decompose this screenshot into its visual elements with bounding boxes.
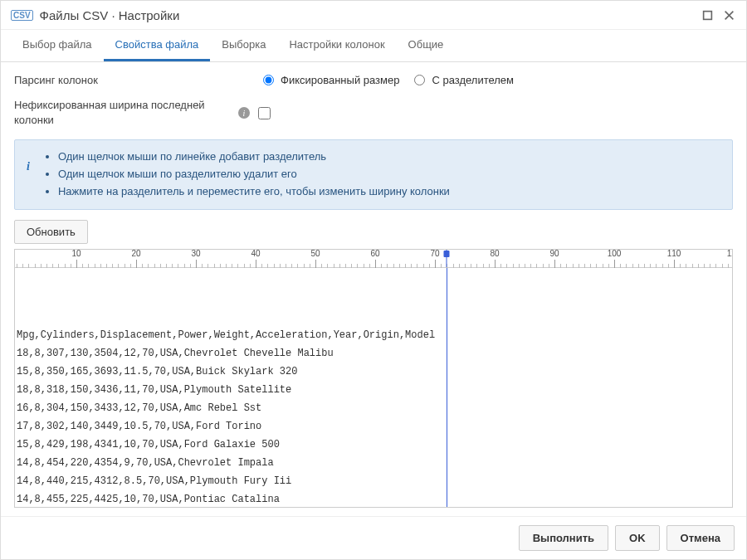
content-area: Парсинг колонок Фиксированный размер С р… xyxy=(1,62,746,516)
ruler-tick-label: 100 xyxy=(608,249,622,258)
ruler-tick-label: 40 xyxy=(251,249,260,258)
preview-line: 14,8,455,225,4425,10,70,USA,Pontiac Cata… xyxy=(17,490,730,507)
radio-fixed-input[interactable] xyxy=(263,75,274,85)
info-marker-icon: i xyxy=(27,160,30,200)
svg-rect-0 xyxy=(703,11,711,19)
info-icon[interactable]: i xyxy=(238,107,250,119)
dialog-footer: Выполнить OK Отмена xyxy=(1,516,746,559)
ruler-tick-label: 110 xyxy=(667,249,681,258)
ruler-tick-label: 60 xyxy=(370,249,379,258)
window-title: Файлы CSV · Настройки xyxy=(40,8,693,22)
preview-line: 16,8,304,150,3433,12,70,USA,Amc Rebel Ss… xyxy=(17,399,730,417)
separator-line xyxy=(447,268,447,507)
preview-line: 14,8,454,220,4354,9,70,USA,Chevrolet Imp… xyxy=(17,454,730,472)
radio-delim-input[interactable] xyxy=(414,75,425,85)
help-tip: Нажмите на разделитель и переместите его… xyxy=(58,183,450,201)
ruler-tick-label: 80 xyxy=(490,249,499,258)
preview-line: 18,8,318,150,3436,11,70,USA,Plymouth Sat… xyxy=(17,381,730,399)
tab-2[interactable]: Выборка xyxy=(210,30,277,61)
tab-4[interactable]: Общие xyxy=(397,30,456,61)
radio-delim-label: С разделителем xyxy=(432,74,514,86)
help-info-box: i Один щелчок мыши по линейке добавит ра… xyxy=(14,139,733,209)
column-ruler[interactable]: 102030405060708090100110120 xyxy=(15,250,732,268)
parsing-label: Парсинг колонок xyxy=(14,74,263,86)
preview-line: 14,8,440,215,4312,8.5,70,USA,Plymouth Fu… xyxy=(17,472,730,490)
help-tips-list: Один щелчок мыши по линейке добавит разд… xyxy=(42,149,450,200)
ruler-tick-label: 30 xyxy=(191,249,200,258)
ruler-tick-label: 70 xyxy=(430,249,439,258)
close-icon[interactable] xyxy=(721,7,736,22)
unfixed-width-label: Нефиксированная ширина последней колонки xyxy=(14,98,238,128)
csv-icon: CSV xyxy=(11,10,33,21)
unfixed-width-row: Нефиксированная ширина последней колонки… xyxy=(14,98,733,128)
tab-bar: Выбор файлаСвойства файлаВыборкаНастройк… xyxy=(1,30,746,62)
preview-line: Mpg,Cylinders,Displacement,Power,Weight,… xyxy=(17,326,730,344)
tab-0[interactable]: Выбор файла xyxy=(11,30,104,61)
ok-button[interactable]: OK xyxy=(615,525,660,551)
tab-1[interactable]: Свойства файла xyxy=(104,30,211,61)
unfixed-width-checkbox[interactable] xyxy=(258,107,271,119)
preview-container: 102030405060708090100110120 Mpg,Cylinder… xyxy=(14,249,733,508)
maximize-icon[interactable] xyxy=(700,7,715,22)
ruler-tick-label: 20 xyxy=(131,249,140,258)
execute-button[interactable]: Выполнить xyxy=(519,525,608,551)
preview-line: 18,8,307,130,3504,12,70,USA,Chevrolet Ch… xyxy=(17,344,730,363)
radio-fixed-label: Фиксированный размер xyxy=(281,74,399,86)
help-tip: Один щелчок мыши по линейке добавит разд… xyxy=(58,149,450,166)
csv-preview[interactable]: Mpg,Cylinders,Displacement,Power,Weight,… xyxy=(15,268,732,507)
parsing-row: Парсинг колонок Фиксированный размер С р… xyxy=(14,74,733,86)
titlebar: CSV Файлы CSV · Настройки xyxy=(1,1,746,30)
ruler-tick-label: 50 xyxy=(310,249,320,258)
dialog-window: CSV Файлы CSV · Настройки Выбор файлаСво… xyxy=(0,0,747,560)
update-button[interactable]: Обновить xyxy=(14,220,88,244)
tab-3[interactable]: Настройки колонок xyxy=(277,30,396,61)
ruler-tick-label: 120 xyxy=(727,249,733,258)
separator-knob-icon xyxy=(444,251,450,257)
ruler-tick-label: 90 xyxy=(549,249,559,258)
radio-delimiter[interactable]: С разделителем xyxy=(414,74,514,86)
preview-line: 15,8,350,165,3693,11.5,70,USA,Buick Skyl… xyxy=(17,363,730,381)
parsing-radio-group: Фиксированный размер С разделителем xyxy=(263,74,514,86)
preview-line: 17,8,302,140,3449,10.5,70,USA,Ford Torin… xyxy=(17,417,730,436)
preview-line: 15,8,429,198,4341,10,70,USA,Ford Galaxie… xyxy=(17,436,730,454)
cancel-button[interactable]: Отмена xyxy=(666,525,735,551)
ruler-tick-label: 10 xyxy=(71,249,81,258)
help-tip: Один щелчок мыши по разделителю удалит е… xyxy=(58,166,450,183)
column-separator-handle[interactable] xyxy=(444,250,450,267)
radio-fixed-size[interactable]: Фиксированный размер xyxy=(263,74,399,86)
